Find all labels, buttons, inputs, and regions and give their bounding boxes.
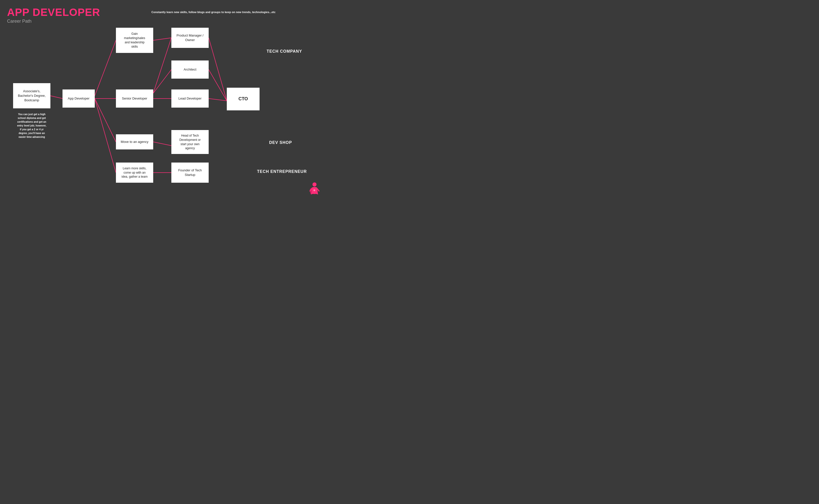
svg-line-11 [209, 38, 227, 101]
svg-line-12 [209, 70, 227, 101]
tech-company-label: TECH COMPANY [267, 49, 302, 54]
founder-startup-box: Founder of TechStartup [171, 163, 209, 183]
svg-line-7 [153, 70, 171, 93]
architect-box: Architect [171, 60, 209, 79]
subtitle: Career Path [7, 19, 100, 24]
cto-box: CTO [227, 88, 260, 110]
svg-line-4 [95, 99, 116, 173]
lead-developer-box: Lead Developer [171, 89, 209, 108]
learn-skills-box: Learn more skills,come up with anidea, g… [116, 163, 153, 183]
svg-text:G: G [313, 189, 315, 192]
mascot-icon: G [308, 182, 321, 197]
tech-entrepreneur-label: TECH ENTREPRENEUR [257, 169, 307, 174]
svg-line-9 [153, 142, 171, 146]
main-title: APP DEVELOPER [7, 7, 100, 18]
app-developer-box: App Developer [62, 89, 95, 108]
svg-line-1 [95, 40, 116, 96]
gain-skills-box: Gainmarketing/salesand leadershipskills [116, 28, 153, 53]
head-of-tech-box: Head of TechDevelopment orstart your own… [171, 130, 209, 154]
dev-shop-label: DEV SHOP [269, 140, 292, 145]
svg-line-5 [153, 38, 171, 40]
title-area: APP DEVELOPER Career Path [7, 7, 100, 24]
education-annotation: You can just get a highschool diploma an… [13, 112, 50, 139]
product-manager-box: Product Manager /Owner [171, 28, 209, 48]
svg-line-6 [153, 38, 171, 93]
top-note: Constantly learn new skills, follow blog… [151, 11, 276, 14]
move-to-agency-box: Move to an agency [116, 134, 153, 149]
senior-developer-box: Senior Developer [116, 89, 153, 108]
svg-line-13 [209, 99, 227, 101]
svg-line-0 [50, 96, 62, 99]
svg-point-14 [312, 182, 317, 186]
education-box: Associate's, Bachelor's Degree, Bootcamp [13, 83, 50, 108]
svg-line-3 [95, 99, 116, 142]
